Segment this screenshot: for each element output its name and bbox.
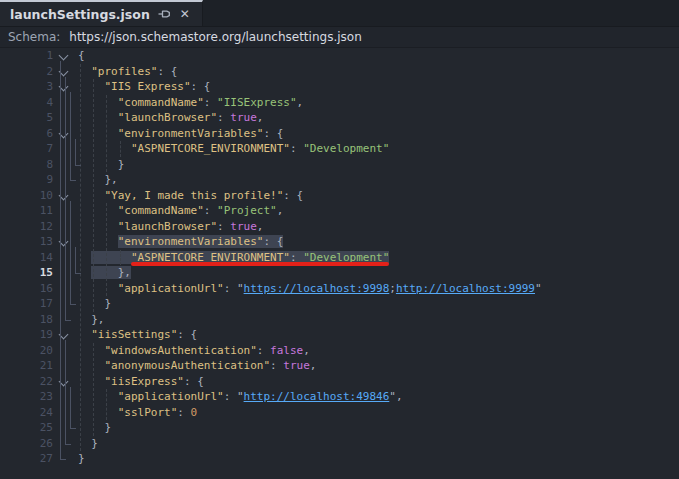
line-number[interactable]: 10 bbox=[0, 188, 53, 204]
code-line[interactable]: 26 } bbox=[0, 436, 679, 452]
line-number[interactable]: 23 bbox=[0, 389, 53, 405]
line-number[interactable]: 6 bbox=[0, 126, 53, 142]
line-number[interactable]: 16 bbox=[0, 281, 53, 297]
code-line[interactable]: 3 "IIS Express": { bbox=[0, 79, 679, 95]
line-number[interactable]: 15 bbox=[0, 265, 53, 281]
code-text: }, bbox=[78, 172, 118, 188]
code-text: "environmentVariables": { bbox=[78, 126, 283, 142]
fold-gutter bbox=[53, 203, 78, 219]
code-line[interactable]: 23 "applicationUrl": "http://localhost:4… bbox=[0, 389, 679, 405]
chevron-down-icon[interactable] bbox=[60, 378, 67, 385]
line-number[interactable]: 1 bbox=[0, 48, 53, 64]
code-line[interactable]: 11 "commandName": "Project", bbox=[0, 203, 679, 219]
code-line[interactable]: 18 }, bbox=[0, 312, 679, 328]
code-line[interactable]: 22 "iisExpress": { bbox=[0, 374, 679, 390]
token-punc: : bbox=[177, 406, 190, 419]
code-text: } bbox=[78, 451, 85, 467]
token-punc: } bbox=[91, 437, 98, 450]
chevron-down-icon[interactable] bbox=[60, 83, 67, 90]
url-link[interactable]: http://localhost:49846 bbox=[244, 390, 390, 403]
token-punc: , bbox=[297, 96, 304, 109]
pin-icon[interactable] bbox=[157, 7, 171, 21]
code-text: } bbox=[78, 157, 124, 173]
code-line[interactable]: 8 } bbox=[0, 157, 679, 173]
token-punc: : bbox=[204, 204, 217, 217]
fold-gutter bbox=[53, 188, 78, 204]
line-number[interactable]: 26 bbox=[0, 436, 53, 452]
line-number[interactable]: 27 bbox=[0, 451, 53, 467]
code-line[interactable]: 27} bbox=[0, 451, 679, 467]
token-ws bbox=[78, 96, 118, 109]
close-icon[interactable]: ✕ bbox=[178, 7, 192, 21]
url-link[interactable]: https://localhost:9998 bbox=[244, 282, 390, 295]
token-key: "Yay, I made this profile!" bbox=[105, 189, 284, 202]
code-line[interactable]: 21 "anonymousAuthentication": true, bbox=[0, 358, 679, 374]
token-key: "applicationUrl" bbox=[118, 282, 224, 295]
line-number[interactable]: 22 bbox=[0, 374, 53, 390]
code-line[interactable]: 5 "launchBrowser": true, bbox=[0, 110, 679, 126]
line-number[interactable]: 20 bbox=[0, 343, 53, 359]
line-number[interactable]: 3 bbox=[0, 79, 53, 95]
fold-gutter bbox=[53, 79, 78, 95]
code-line[interactable]: 7 "ASPNETCORE_ENVIRONMENT": "Development… bbox=[0, 141, 679, 157]
chevron-down-icon[interactable] bbox=[60, 68, 67, 75]
code-line[interactable]: 20 "windowsAuthentication": false, bbox=[0, 343, 679, 359]
line-number[interactable]: 8 bbox=[0, 157, 53, 173]
token-punc: : { bbox=[191, 80, 211, 93]
code-line[interactable]: 10 "Yay, I made this profile!": { bbox=[0, 188, 679, 204]
token-bool: true bbox=[230, 111, 257, 124]
token-punc: , bbox=[257, 111, 264, 124]
line-number[interactable]: 21 bbox=[0, 358, 53, 374]
code-line[interactable]: 6 "environmentVariables": { bbox=[0, 126, 679, 142]
line-number[interactable]: 5 bbox=[0, 110, 53, 126]
code-line[interactable]: 1{ bbox=[0, 48, 679, 64]
code-line[interactable]: 13 "environmentVariables": { bbox=[0, 234, 679, 250]
token-punc: , bbox=[257, 220, 264, 233]
line-number[interactable]: 13 bbox=[0, 234, 53, 250]
chevron-down-icon[interactable] bbox=[60, 331, 67, 338]
code-text: } bbox=[78, 296, 111, 312]
line-number[interactable]: 4 bbox=[0, 95, 53, 111]
code-line[interactable]: 14 "ASPNETCORE_ENVIRONMENT": "Developmen… bbox=[0, 250, 679, 266]
token-punc: } bbox=[78, 452, 85, 465]
token-num: 0 bbox=[191, 406, 198, 419]
code-line[interactable]: 15 }, bbox=[0, 265, 679, 281]
code-line[interactable]: 16 "applicationUrl": "https://localhost:… bbox=[0, 281, 679, 297]
chevron-down-icon[interactable] bbox=[60, 238, 67, 245]
line-number[interactable]: 11 bbox=[0, 203, 53, 219]
code-editor[interactable]: 1{2 "profiles": {3 "IIS Express": {4 "co… bbox=[0, 48, 679, 479]
schema-url-dropdown[interactable]: https://json.schemastore.org/launchsetti… bbox=[69, 30, 361, 44]
token-ws bbox=[78, 406, 118, 419]
line-number[interactable]: 7 bbox=[0, 141, 53, 157]
line-number[interactable]: 17 bbox=[0, 296, 53, 312]
line-number[interactable]: 12 bbox=[0, 219, 53, 235]
fold-gutter bbox=[53, 126, 78, 142]
token-punc: : { bbox=[184, 375, 204, 388]
code-line[interactable]: 24 "sslPort": 0 bbox=[0, 405, 679, 421]
code-line[interactable]: 2 "profiles": { bbox=[0, 64, 679, 80]
line-number[interactable]: 18 bbox=[0, 312, 53, 328]
tab-launchsettings[interactable]: launchSettings.json ✕ bbox=[0, 0, 203, 26]
line-number[interactable]: 24 bbox=[0, 405, 53, 421]
code-line[interactable]: 17 } bbox=[0, 296, 679, 312]
code-line[interactable]: 4 "commandName": "IISExpress", bbox=[0, 95, 679, 111]
code-line[interactable]: 19 "iisSettings": { bbox=[0, 327, 679, 343]
line-number[interactable]: 19 bbox=[0, 327, 53, 343]
token-ws bbox=[78, 421, 105, 434]
schema-bar: Schema: https://json.schemastore.org/lau… bbox=[0, 27, 679, 48]
code-line[interactable]: 9 }, bbox=[0, 172, 679, 188]
line-number[interactable]: 25 bbox=[0, 420, 53, 436]
code-line[interactable]: 12 "launchBrowser": true, bbox=[0, 219, 679, 235]
line-number[interactable]: 2 bbox=[0, 64, 53, 80]
token-ws bbox=[78, 359, 105, 372]
line-number[interactable]: 9 bbox=[0, 172, 53, 188]
chevron-down-icon[interactable] bbox=[60, 52, 67, 59]
chevron-down-icon[interactable] bbox=[60, 192, 67, 199]
token-punc: } bbox=[118, 158, 125, 171]
url-link[interactable]: http://localhost:9999 bbox=[396, 282, 535, 295]
line-number[interactable]: 14 bbox=[0, 250, 53, 266]
code-line[interactable]: 25 } bbox=[0, 420, 679, 436]
token-ws bbox=[78, 189, 105, 202]
token-punc: } bbox=[105, 297, 112, 310]
chevron-down-icon[interactable] bbox=[60, 130, 67, 137]
